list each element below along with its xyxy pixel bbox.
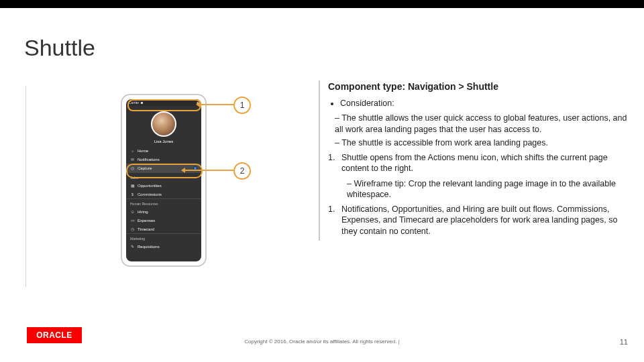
pencil-icon: ✎ [130,244,135,249]
callout-arrow-2 [185,170,233,171]
drawer-item-label: Expenses [138,219,155,223]
money-icon: $ [130,192,135,196]
phone-mockup: Carrier ⏺ ■ Lisa Jones ⌂ Home ✉ Notifica… [121,94,207,267]
consideration-2: The shuttle is accessible from work area… [335,137,631,148]
grid-icon: ▦ [130,183,135,188]
top-black-bar [0,0,644,8]
page-title: Shuttle [24,35,95,61]
drawer-section-sales: Sales [126,172,201,181]
drawer-item-label: Timecard [138,227,154,231]
callout-badge-1: 1 [233,97,251,114]
person-icon: ☺ [130,209,135,214]
drawer-item-timecard[interactable]: ◷ Timecard [126,225,201,233]
nav-drawer: Lisa Jones ⌂ Home ✉ Notifications ◎ Capt… [126,106,201,261]
content-heading: Component type: Navigation > Shuttle [328,80,631,93]
drawer-item-home[interactable]: ⌂ Home [126,146,201,155]
drawer-item-label: Requisitions [138,245,160,249]
page-number: 11 [620,338,628,346]
drawer-item-label: Opportunities [138,184,162,188]
mail-icon: ✉ [130,157,135,162]
status-left: Carrier ⏺ [129,101,144,105]
profile-name: Lisa Jones [154,139,174,143]
drawer-item-label: Notifications [138,158,160,162]
home-icon: ⌂ [130,148,135,153]
drawer-item-capture[interactable]: ◎ Capture [126,164,201,172]
drawer-item-commissions[interactable]: $ Commissions [126,190,201,198]
drawer-item-requisitions[interactable]: ✎ Requisitions [126,242,201,251]
capture-icon: ◎ [130,166,135,170]
phone-screen: Carrier ⏺ ■ Lisa Jones ⌂ Home ✉ Notifica… [126,99,201,261]
step-1: Shuttle opens from the Actions menu icon… [341,152,631,174]
slide: Shuttle Carrier ⏺ ■ Lisa Jones ⌂ Home ✉ [0,8,644,362]
profile-block: Lisa Jones [126,106,201,146]
copyright-text: Copyright © 2016, Oracle and/or its affi… [0,339,644,345]
card-icon: ▭ [130,218,135,223]
drawer-section-marketing: Marketing [126,233,201,242]
content-block: Component type: Navigation > Shuttle Con… [319,80,631,241]
drawer-item-expenses[interactable]: ▭ Expenses [126,216,201,225]
consideration-label: Consideration: [340,98,631,109]
step-2: Notifications, Opportunities, and Hiring… [341,204,631,237]
drawer-item-label: Home [138,149,148,153]
callout-badge-2: 2 [233,162,251,180]
consideration-1: The shuttle allows the user quick access… [335,113,631,135]
divider-left [25,86,26,287]
wireframe-tip: Wireframe tip: Crop the relevant landing… [347,178,631,200]
drawer-section-hr: Human Resources [126,198,201,207]
drawer-item-notifications[interactable]: ✉ Notifications [126,155,201,164]
drawer-item-label: Capture [138,166,152,170]
clock-icon: ◷ [130,227,135,231]
drawer-item-label: Commissions [138,192,162,196]
callout-arrow-1 [200,104,233,105]
drawer-item-hiring[interactable]: ☺ Hiring [126,207,201,216]
drawer-item-opportunities[interactable]: ▦ Opportunities [126,181,201,190]
drawer-item-label: Hiring [138,210,148,214]
status-bar: Carrier ⏺ ■ [126,99,201,106]
avatar [151,111,176,137]
